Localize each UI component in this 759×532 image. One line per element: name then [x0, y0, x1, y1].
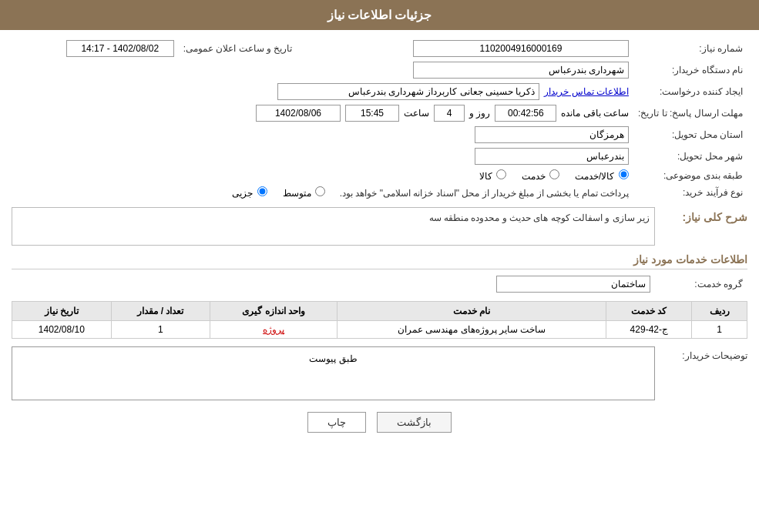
cell-code: ج-42-429	[606, 321, 692, 339]
page-header: جزئیات اطلاعات نیاز	[0, 0, 759, 30]
category-khedmat-radio[interactable]: خدمت	[514, 170, 559, 182]
send-date-input[interactable]	[256, 105, 341, 122]
services-section-title: اطلاعات خدمات مورد نیاز	[12, 253, 747, 269]
purchase-type-cell: پرداخت تمام یا بخشی از مبلغ خریدار از مح…	[12, 184, 633, 201]
province-cell	[12, 124, 633, 146]
cell-row-num: 1	[692, 321, 747, 339]
buyer-org-input[interactable]	[413, 62, 629, 79]
city-input[interactable]	[475, 148, 629, 165]
buyer-org-cell	[12, 59, 633, 81]
purchase-jozvi-label: جزیی	[232, 188, 253, 199]
services-table: ردیف کد خدمت نام خدمت واحد اندازه گیری ت…	[12, 301, 747, 339]
purchase-type-label: نوع فرآیند خرید:	[633, 184, 747, 201]
need-number-label: شماره نیاز:	[633, 38, 747, 59]
main-content: شماره نیاز: تاریخ و ساعت اعلان عمومی: نا…	[0, 30, 759, 448]
description-section-label: شرح کلی نیاز:	[655, 207, 747, 223]
need-number-cell	[312, 38, 633, 59]
creator-label: ایجاد کننده درخواست:	[633, 81, 747, 102]
buyer-desc-content: طبق پیوست	[12, 346, 655, 400]
col-code: کد خدمت	[606, 302, 692, 321]
col-unit: واحد اندازه گیری	[210, 302, 338, 321]
page-title: جزئیات اطلاعات نیاز	[327, 8, 432, 22]
purchase-motavasset-label: متوسط	[283, 188, 311, 199]
buyer-desc-label: توضیحات خریدار:	[655, 346, 747, 361]
category-kala-radio[interactable]: کالا	[475, 170, 507, 182]
buyer-org-label: نام دستگاه خریدار:	[633, 59, 747, 81]
purchase-notice: پرداخت تمام یا بخشی از مبلغ خریدار از مح…	[340, 188, 629, 199]
cell-unit[interactable]: پروژه	[210, 321, 338, 339]
description-box: زیر سازی و اسفالت کوچه های حدیث و محدوده…	[12, 207, 655, 246]
creator-input[interactable]	[277, 83, 539, 100]
announce-label: تاریخ و ساعت اعلان عمومی:	[179, 38, 297, 59]
creator-link[interactable]: اطلاعات تماس خریدار	[544, 86, 629, 97]
category-cell: کالا/خدمت خدمت کالا	[12, 167, 633, 184]
send-deadline-cell: ساعت باقی مانده روز و ساعت	[12, 102, 633, 124]
category-kala-khedmat-radio[interactable]: کالا/خدمت	[567, 170, 629, 182]
announce-cell	[12, 38, 179, 59]
category-kala-khedmat-label: کالا/خدمت	[575, 171, 614, 182]
days-input[interactable]	[434, 105, 465, 122]
info-table: شماره نیاز: تاریخ و ساعت اعلان عمومی: نا…	[12, 38, 747, 201]
buyer-desc-row: توضیحات خریدار: طبق پیوست	[12, 346, 747, 400]
description-row: شرح کلی نیاز: زیر سازی و اسفالت کوچه های…	[12, 207, 747, 246]
col-count: تعداد / مقدار	[111, 302, 210, 321]
category-kala-khedmat-input[interactable]	[619, 169, 629, 179]
col-date: تاریخ نیاز	[12, 302, 112, 321]
service-group-label: گروه خدمت:	[655, 273, 747, 295]
col-name: نام خدمت	[337, 302, 606, 321]
need-number-input[interactable]	[413, 40, 629, 57]
remaining-input[interactable]	[495, 105, 556, 122]
creator-cell: اطلاعات تماس خریدار	[12, 81, 633, 102]
time-input[interactable]	[345, 105, 399, 122]
time-label: ساعت	[404, 108, 429, 119]
send-deadline-label: مهلت ارسال پاسخ: تا تاریخ:	[633, 102, 747, 124]
buyer-desc-box: طبق پیوست	[12, 346, 655, 400]
print-button[interactable]: چاپ	[307, 412, 366, 433]
cell-count: 1	[111, 321, 210, 339]
attach-label: طبق پیوست	[15, 350, 651, 367]
table-row: 1 ج-42-429 ساخت سایر پروژه‌های مهندسی عم…	[12, 321, 747, 339]
province-input[interactable]	[475, 126, 629, 143]
remaining-label: ساعت باقی مانده	[561, 108, 629, 119]
service-group-table: گروه خدمت:	[12, 273, 747, 295]
days-label: روز و	[469, 108, 490, 119]
city-cell	[12, 146, 633, 167]
category-label: طبقه بندی موضوعی:	[633, 167, 747, 184]
city-label: شهر محل تحویل:	[633, 146, 747, 167]
province-label: استان محل تحویل:	[633, 124, 747, 146]
category-khedmat-label: خدمت	[522, 171, 546, 182]
category-khedmat-input[interactable]	[549, 169, 559, 179]
col-row-num: ردیف	[692, 302, 747, 321]
cell-name: ساخت سایر پروژه‌های مهندسی عمران	[337, 321, 606, 339]
announce-input[interactable]	[66, 40, 174, 57]
cell-date: 1402/08/10	[12, 321, 112, 339]
service-group-input[interactable]	[496, 276, 650, 293]
category-kala-input[interactable]	[496, 169, 506, 179]
page-container: جزئیات اطلاعات نیاز شماره نیاز: تاریخ و …	[0, 0, 759, 532]
back-button[interactable]: بازگشت	[377, 412, 452, 433]
button-row: بازگشت چاپ	[12, 412, 747, 433]
service-group-cell	[12, 273, 655, 295]
purchase-motavasset-input[interactable]	[315, 186, 325, 196]
category-kala-label: کالا	[479, 171, 492, 182]
purchase-jozvi-input[interactable]	[257, 186, 267, 196]
description-value: زیر سازی و اسفالت کوچه های حدیث و محدوده…	[12, 207, 655, 246]
